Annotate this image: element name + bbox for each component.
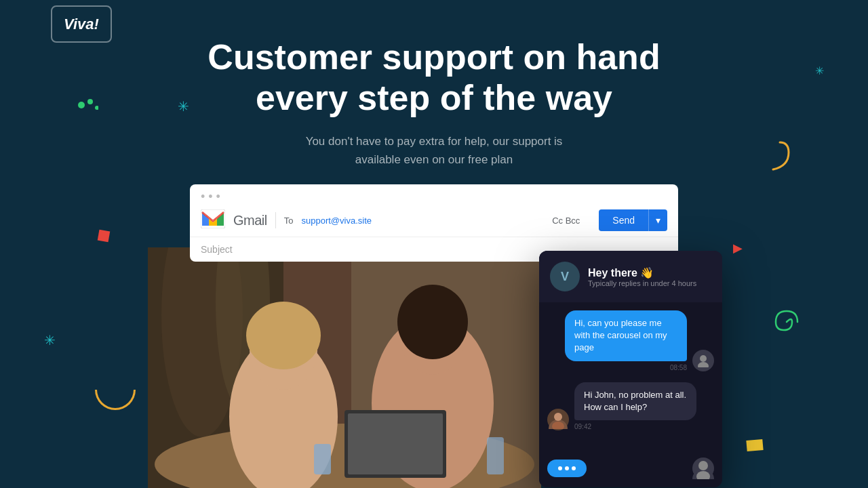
half-circle-decorator — [95, 390, 136, 410]
svg-point-13 — [246, 302, 321, 369]
header-section: Customer support on hand every step of t… — [0, 37, 868, 169]
chat-greeting: Hey there 👋 — [588, 266, 696, 279]
gmail-card: • • • Gmail To support@viva.site Cc Bcc — [190, 184, 678, 262]
svg-point-16 — [397, 285, 468, 359]
chat-header: V Hey there 👋 Typically replies in under… — [539, 251, 722, 302]
chat-footer-user-avatar — [692, 458, 714, 479]
chat-reply-time: Typically replies in under 4 hours — [588, 279, 696, 287]
subtitle: You don't have to pay extra for help, ou… — [0, 132, 868, 169]
red-square-decorator — [98, 230, 111, 243]
svg-rect-18 — [348, 413, 443, 474]
chat-message-outgoing-row: Hi, can you please me with the carousel … — [547, 310, 714, 371]
gmail-toolbar: • • • — [190, 184, 678, 204]
main-title: Customer support on hand every step of t… — [0, 37, 868, 119]
chat-incoming-text: Hi John, no problem at all. How can I he… — [584, 390, 686, 412]
gmail-send-dropdown-button[interactable]: ▾ — [648, 209, 667, 231]
gmail-dots: • • • — [201, 190, 220, 204]
chat-outgoing-text: Hi, can you please me with the carousel … — [574, 318, 667, 352]
svg-point-21 — [700, 355, 707, 362]
gmail-brand-label: Gmail — [233, 213, 267, 228]
svg-point-27 — [698, 461, 708, 470]
typing-dot-3 — [572, 466, 576, 470]
chat-support-avatar: V — [550, 262, 580, 291]
chat-outgoing-bubble: Hi, can you please me with the carousel … — [565, 310, 687, 361]
title-line1: Customer support on hand — [208, 37, 660, 77]
gmail-to-label: To — [284, 216, 294, 226]
chat-messages-container: Hi, can you please me with the carousel … — [539, 302, 722, 449]
chat-footer — [539, 449, 722, 487]
gmail-to-email: support@viva.site — [301, 216, 372, 226]
gmail-compose-row: Gmail To support@viva.site Cc Bcc Send ▾ — [190, 204, 678, 237]
gmail-send-button[interactable]: Send — [599, 209, 648, 231]
chat-message-incoming-row: Hi John, no problem at all. How can I he… — [547, 382, 714, 430]
chat-incoming-time: 09:42 — [574, 423, 696, 430]
typing-dot-1 — [558, 466, 562, 470]
svg-rect-20 — [487, 437, 504, 474]
typing-indicator — [547, 460, 587, 477]
photo-overlay — [148, 247, 541, 488]
svg-point-22 — [698, 362, 709, 367]
support-photo — [148, 247, 541, 488]
chat-widget: V Hey there 👋 Typically replies in under… — [539, 251, 722, 487]
chat-agent-avatar — [547, 409, 569, 430]
gmail-cc-bcc[interactable]: Cc Bcc — [552, 216, 580, 226]
chat-incoming-bubble: Hi John, no problem at all. How can I he… — [574, 382, 696, 420]
chat-outgoing-time: 08:58 — [670, 364, 687, 371]
chat-avatar-letter: V — [561, 270, 569, 284]
svg-rect-19 — [314, 444, 331, 474]
gmail-logo-icon — [201, 209, 225, 231]
title-line2: every step of the way — [256, 78, 612, 117]
logo-text: Viva! — [64, 16, 99, 33]
spiral-decorator — [773, 308, 800, 342]
typing-dot-2 — [565, 466, 569, 470]
chat-incoming-msg-col: Hi John, no problem at all. How can I he… — [574, 382, 696, 430]
chat-header-info: Hey there 👋 Typically replies in under 4… — [588, 266, 696, 287]
chat-outgoing-msg-col: Hi, can you please me with the carousel … — [565, 310, 687, 371]
snowflake-icon-3: ✳ — [44, 332, 56, 348]
gold-rect-decorator — [746, 439, 763, 451]
gmail-send-group[interactable]: Send ▾ — [599, 209, 667, 231]
arrow-right-decorator: ▶ — [733, 241, 743, 256]
chat-user-avatar — [692, 350, 714, 371]
svg-point-24 — [554, 413, 562, 421]
